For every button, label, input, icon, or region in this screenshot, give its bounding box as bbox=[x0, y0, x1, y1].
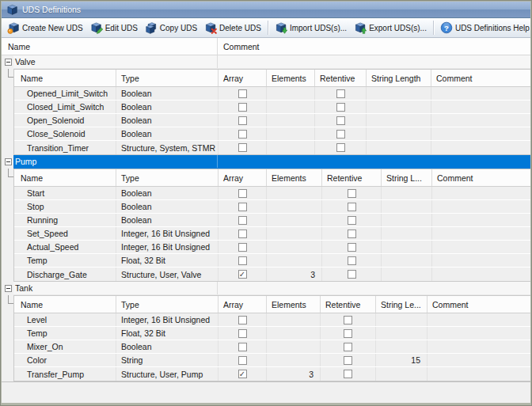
column-header-retentive[interactable]: Retentive bbox=[322, 169, 382, 186]
table-row[interactable]: TempFloat, 32 Bit bbox=[14, 254, 530, 268]
array-checkbox[interactable] bbox=[238, 343, 247, 351]
collapse-toggle-icon[interactable] bbox=[5, 285, 12, 292]
array-checkbox[interactable] bbox=[238, 356, 247, 365]
retentive-checkbox[interactable] bbox=[336, 143, 345, 152]
import-uds-icon bbox=[275, 21, 287, 34]
table-row[interactable]: ColorString15 bbox=[14, 354, 530, 367]
table-row[interactable]: Discharge_GateStructure, User, Valve✓3 bbox=[14, 268, 530, 281]
column-header-elements[interactable]: Elements bbox=[267, 70, 315, 86]
array-cell: ✓ bbox=[218, 367, 267, 381]
array-checkbox[interactable] bbox=[238, 256, 247, 265]
array-checkbox[interactable] bbox=[238, 316, 247, 324]
retentive-checkbox[interactable] bbox=[344, 316, 352, 324]
retentive-checkbox[interactable] bbox=[336, 130, 345, 138]
table-row[interactable]: Open_SolenoidBoolean bbox=[14, 114, 530, 127]
column-header-type[interactable]: Type bbox=[116, 70, 218, 86]
array-checkbox[interactable] bbox=[238, 143, 247, 152]
column-header-elements[interactable]: Elements bbox=[267, 296, 321, 313]
retentive-checkbox[interactable] bbox=[348, 216, 356, 225]
column-header-array[interactable]: Array bbox=[218, 296, 267, 313]
table-row[interactable]: Set_SpeedInteger, 16 Bit Unsigned bbox=[14, 227, 530, 241]
collapse-toggle-icon[interactable] bbox=[5, 158, 12, 165]
column-header-name[interactable]: Name bbox=[14, 169, 116, 186]
create-new-uds-button[interactable]: Create New UDS bbox=[4, 20, 86, 36]
retentive-checkbox[interactable] bbox=[348, 230, 356, 238]
array-checkbox[interactable] bbox=[238, 203, 247, 211]
column-header-name[interactable]: Name bbox=[2, 38, 218, 55]
member-name: Running bbox=[14, 214, 116, 226]
retentive-checkbox[interactable] bbox=[348, 270, 356, 279]
table-row[interactable]: Transition_TimerStructure, System, STMR bbox=[14, 141, 530, 154]
array-checkbox[interactable]: ✓ bbox=[238, 270, 247, 279]
column-header-string-length[interactable]: String Length bbox=[367, 70, 431, 86]
delete-uds-button[interactable]: Delete UDS bbox=[201, 20, 264, 36]
array-checkbox[interactable] bbox=[238, 89, 247, 98]
group-row-valve[interactable]: Valve bbox=[2, 55, 530, 69]
retentive-checkbox[interactable] bbox=[344, 370, 352, 378]
table-row[interactable]: Closed_Limit_SwitchBoolean bbox=[14, 101, 530, 114]
retentive-cell bbox=[321, 327, 376, 340]
column-header-string-le[interactable]: String Le... bbox=[376, 296, 428, 313]
table-row[interactable]: StopBoolean bbox=[14, 200, 530, 214]
column-header-array[interactable]: Array bbox=[218, 70, 267, 86]
column-header-comment[interactable]: Comment bbox=[428, 296, 530, 313]
array-checkbox[interactable] bbox=[238, 116, 247, 125]
group-row-tank[interactable]: Tank bbox=[2, 282, 530, 295]
member-type: Structure, User, Valve bbox=[116, 268, 218, 281]
column-header-comment[interactable]: Comment bbox=[218, 38, 530, 55]
array-checkbox[interactable] bbox=[238, 230, 247, 238]
retentive-checkbox[interactable] bbox=[344, 329, 352, 338]
column-header-comment[interactable]: Comment bbox=[431, 70, 530, 86]
table-row[interactable]: StartBoolean bbox=[14, 187, 530, 200]
uds-definitions-help-button[interactable]: ?UDS Definitions Help bbox=[437, 20, 530, 36]
column-header-type[interactable]: Type bbox=[116, 296, 218, 313]
export-uds-s-button[interactable]: Export UDS(s)... bbox=[351, 20, 430, 36]
array-checkbox[interactable] bbox=[238, 130, 247, 138]
column-header-array[interactable]: Array bbox=[218, 169, 267, 186]
retentive-checkbox[interactable] bbox=[336, 89, 345, 98]
retentive-checkbox[interactable] bbox=[348, 256, 356, 265]
array-checkbox[interactable] bbox=[238, 103, 247, 112]
table-row[interactable]: Opened_Limit_SwitchBoolean bbox=[14, 87, 530, 101]
column-header-retentive[interactable]: Retentive bbox=[321, 296, 376, 313]
retentive-checkbox[interactable] bbox=[348, 189, 356, 198]
import-uds-s-button[interactable]: Import UDS(s)... bbox=[272, 20, 350, 36]
array-checkbox[interactable] bbox=[238, 216, 247, 225]
column-header-elements[interactable]: Elements bbox=[267, 169, 322, 186]
group-label-tank: Tank bbox=[13, 282, 530, 295]
toolbar-separator bbox=[433, 21, 434, 35]
copy-uds-button[interactable]: Copy UDS bbox=[142, 20, 200, 36]
array-checkbox[interactable] bbox=[238, 189, 247, 198]
table-row[interactable]: Transfer_PumpStructure, User, Pump✓3 bbox=[14, 367, 530, 381]
retentive-checkbox[interactable] bbox=[348, 203, 356, 211]
table-row[interactable]: Close_SolenoidBoolean bbox=[14, 127, 530, 141]
tree-connector-icon bbox=[8, 69, 13, 78]
column-header-retentive[interactable]: Retentive bbox=[315, 70, 367, 86]
column-header-comment[interactable]: Comment bbox=[432, 169, 530, 186]
grid-body: ValveNameTypeArrayElementsRetentiveStrin… bbox=[2, 55, 530, 381]
retentive-checkbox[interactable] bbox=[336, 103, 345, 112]
retentive-checkbox[interactable] bbox=[348, 243, 356, 252]
retentive-checkbox[interactable] bbox=[336, 116, 345, 125]
table-row[interactable]: LevelInteger, 16 Bit Unsigned bbox=[14, 313, 530, 327]
retentive-checkbox[interactable] bbox=[344, 356, 352, 365]
member-string-length bbox=[382, 214, 432, 226]
retentive-checkbox[interactable] bbox=[344, 343, 352, 351]
table-row[interactable]: RunningBoolean bbox=[14, 214, 530, 227]
table-row[interactable]: Actual_SpeedInteger, 16 Bit Unsigned bbox=[14, 241, 530, 254]
member-table-header: NameTypeArrayElementsRetentiveString Le.… bbox=[14, 296, 530, 313]
edit-uds-button[interactable]: Edit UDS bbox=[87, 20, 141, 36]
table-row[interactable]: Mixer_OnBoolean bbox=[14, 340, 530, 354]
array-cell bbox=[218, 313, 267, 326]
column-header-name[interactable]: Name bbox=[14, 296, 116, 313]
member-type: Boolean bbox=[116, 200, 218, 213]
group-row-pump[interactable]: Pump bbox=[2, 155, 530, 169]
column-header-name[interactable]: Name bbox=[14, 70, 116, 86]
column-header-string-l[interactable]: String L... bbox=[382, 169, 432, 186]
table-row[interactable]: TempFloat, 32 Bit bbox=[14, 327, 530, 340]
column-header-type[interactable]: Type bbox=[116, 169, 218, 186]
array-checkbox[interactable]: ✓ bbox=[238, 370, 247, 378]
collapse-toggle-icon[interactable] bbox=[5, 59, 12, 66]
array-checkbox[interactable] bbox=[238, 243, 247, 252]
array-checkbox[interactable] bbox=[238, 329, 247, 338]
